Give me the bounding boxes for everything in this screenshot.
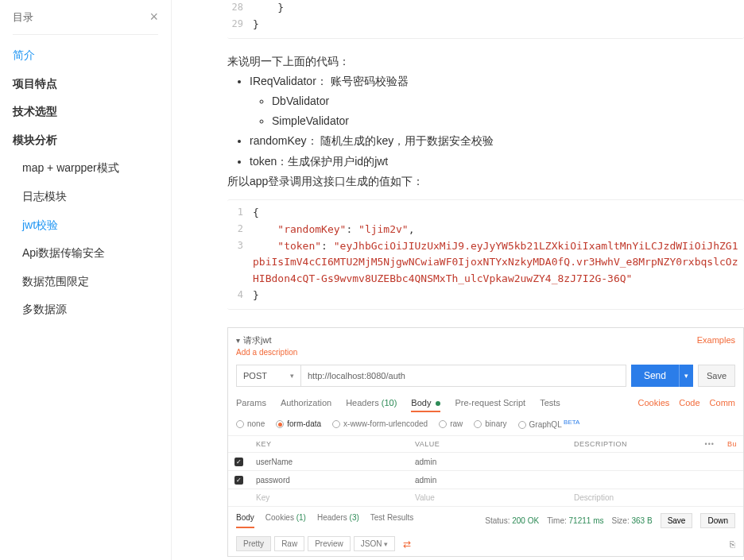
cookies-link[interactable]: Cookies (638, 398, 670, 412)
tab-tests[interactable]: Tests (540, 398, 560, 412)
dot-icon (436, 401, 440, 406)
list-item: randomKey： 随机生成的key，用于数据安全校验 (250, 131, 744, 151)
nav-sub-log[interactable]: 日志模块 (22, 183, 158, 211)
intro-text: 来说明一下上面的代码： (227, 52, 744, 71)
bulk-edit-link[interactable]: Bu (727, 440, 737, 448)
table-row: ✓ password admin (228, 471, 743, 489)
value-cell[interactable]: admin (409, 471, 568, 489)
download-button[interactable]: Down (700, 513, 735, 528)
radio-form-data[interactable]: form-data (276, 419, 321, 428)
col-value: VALUE (409, 436, 568, 453)
code-block-json: 1{2 "randomKey": "ljim2v",3 "token": "ey… (227, 199, 744, 310)
key-cell[interactable]: password (250, 471, 409, 489)
code-text: } (253, 17, 744, 33)
code-text: } (253, 0, 744, 17)
value-placeholder[interactable]: Value (409, 489, 568, 507)
params-table: KEY VALUE DESCRIPTION ••• Bu ✓ userName … (228, 435, 743, 506)
nav-item-features[interactable]: 项目特点 (13, 70, 158, 98)
nav-item-module[interactable]: 模块分析 (13, 126, 158, 155)
send-dropdown[interactable]: ▾ (679, 365, 693, 387)
nav-sub-multidb[interactable]: 多数据源 (22, 295, 158, 324)
method-select[interactable]: POST▾ (236, 365, 301, 387)
toc-sidebar: 目录 × 简介 项目特点 技术选型 模块分析 map + warpper模式 日… (0, 0, 172, 560)
line-number: 28 (227, 0, 253, 17)
radio-binary[interactable]: binary (474, 419, 506, 428)
status-label: Status: 200 OK (485, 516, 539, 525)
code-text: "token": "eyJhbGciOiJIUzUxMiJ9.eyJyYW5kb… (253, 238, 744, 288)
more-icon[interactable]: ••• (705, 440, 715, 448)
resp-tab-test[interactable]: Test Results (370, 513, 413, 528)
list-item: DbValidator (272, 91, 744, 111)
table-row: ✓ userName admin (228, 453, 743, 471)
send-button[interactable]: Send (631, 365, 679, 387)
nav-item-tech[interactable]: 技术选型 (13, 98, 158, 126)
checkbox-icon[interactable]: ✓ (234, 458, 243, 466)
view-preview[interactable]: Preview (308, 536, 351, 551)
value-cell[interactable]: admin (409, 453, 568, 471)
sidebar-header: 目录 × (13, 0, 158, 35)
radio-urlencoded[interactable]: x-www-form-urlencoded (332, 419, 428, 428)
postman-screenshot: ▾请求jwt Examples Add a description POST▾ … (227, 327, 744, 558)
nav-sub-scope[interactable]: 数据范围限定 (22, 268, 158, 296)
examples-link[interactable]: Examples (697, 335, 735, 345)
line-number: 1 (227, 205, 253, 222)
code-block-top: 28 } 29} (227, 0, 744, 39)
wrap-icon[interactable]: ⇄ (403, 539, 411, 550)
chevron-down-icon: ▾ (384, 540, 388, 548)
line-number: 2 (227, 222, 253, 238)
time-label: Time: 71211 ms (547, 516, 603, 525)
list-item: IReqValidator： 账号密码校验器 DbValidator Simpl… (250, 71, 744, 132)
code-text: } (253, 288, 744, 304)
comments-link[interactable]: Comm (710, 398, 735, 412)
main-content: 28 } 29} 来说明一下上面的代码： IReqValidator： 账号密码… (172, 0, 744, 560)
view-raw[interactable]: Raw (274, 536, 304, 551)
size-label: Size: 363 B (611, 516, 652, 525)
request-name: ▾请求jwt (236, 334, 271, 346)
line-number: 4 (227, 288, 253, 304)
nav-sub-list: map + warpper模式 日志模块 jwt校验 Api数据传输安全 数据范… (13, 154, 158, 324)
line-number: 3 (227, 238, 253, 288)
sidebar-title: 目录 (13, 10, 33, 25)
close-icon[interactable]: × (149, 9, 158, 25)
tab-headers[interactable]: Headers (10) (346, 398, 397, 412)
nav-item-intro[interactable]: 简介 (13, 41, 158, 70)
view-pretty[interactable]: Pretty (236, 536, 271, 551)
tab-body[interactable]: Body (411, 398, 440, 412)
chevron-down-icon: ▾ (684, 372, 688, 380)
code-text: "randomKey": "ljim2v", (253, 222, 744, 238)
radio-graphql[interactable]: GraphQL BETA (518, 419, 580, 430)
radio-raw[interactable]: raw (439, 419, 463, 428)
list-item: SimpleValidator (272, 111, 744, 131)
nav-sub-jwt[interactable]: jwt校验 (22, 211, 158, 240)
format-select[interactable]: JSON ▾ (354, 536, 395, 551)
resp-tab-cookies[interactable]: Cookies (1) (265, 513, 306, 528)
radio-none[interactable]: none (236, 419, 265, 428)
url-input[interactable]: http://localhost:8080/auth (301, 365, 626, 387)
tab-pre[interactable]: Pre-request Script (455, 398, 525, 412)
copy-icon[interactable]: ⎘ (730, 539, 735, 549)
table-row: Key Value Description (228, 489, 743, 507)
resp-tab-body[interactable]: Body (236, 513, 254, 528)
collapse-icon[interactable]: ▾ (236, 336, 240, 345)
chevron-down-icon: ▾ (290, 372, 294, 380)
col-desc: DESCRIPTION (568, 436, 699, 453)
line-number: 29 (227, 17, 253, 33)
outro-text: 所以app登录调用这接口生成的值如下： (227, 172, 744, 191)
tab-params[interactable]: Params (236, 398, 266, 412)
tab-auth[interactable]: Authorization (281, 398, 331, 412)
code-link[interactable]: Code (679, 398, 699, 412)
list-item: token：生成保护用户id的jwt (250, 152, 744, 172)
code-text: { (253, 205, 744, 222)
save-response-button[interactable]: Save (661, 513, 693, 528)
save-button[interactable]: Save (698, 365, 735, 387)
key-placeholder[interactable]: Key (250, 489, 409, 507)
checkbox-icon[interactable]: ✓ (234, 476, 243, 485)
key-cell[interactable]: userName (250, 453, 409, 471)
col-key: KEY (250, 436, 409, 453)
explanation-text: 来说明一下上面的代码： IReqValidator： 账号密码校验器 DbVal… (227, 52, 744, 191)
nav-sub-map[interactable]: map + warpper模式 (22, 154, 158, 183)
resp-tab-headers[interactable]: Headers (3) (317, 513, 359, 528)
desc-placeholder[interactable]: Description (568, 489, 743, 507)
nav-sub-api[interactable]: Api数据传输安全 (22, 239, 158, 268)
add-description-link[interactable]: Add a description (236, 348, 297, 357)
